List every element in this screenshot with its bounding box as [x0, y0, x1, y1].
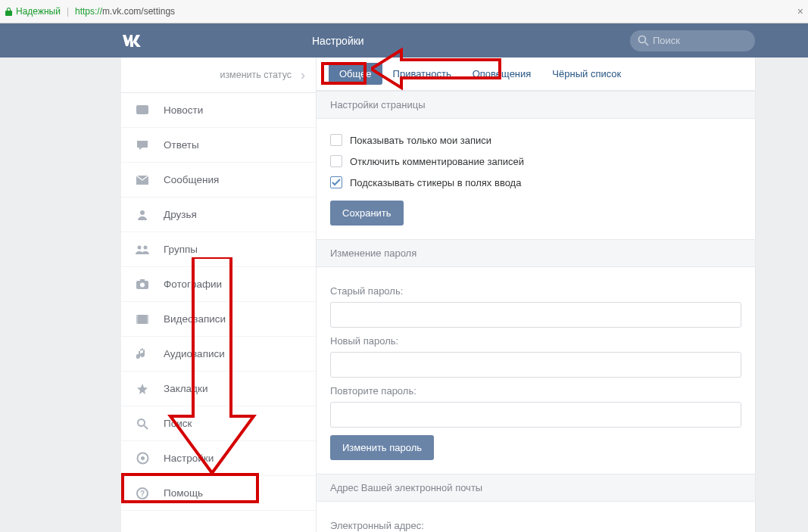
- section-password-header: Изменение пароля: [317, 239, 755, 267]
- checkbox-label: Подсказывать стикеры в полях ввода: [350, 177, 521, 188]
- replies-icon: [135, 139, 150, 151]
- section-email-header: Адрес Вашей электронной почты: [317, 474, 755, 502]
- sidebar-item-audio[interactable]: Аудиозаписи: [121, 337, 316, 372]
- svg-point-16: [141, 456, 145, 460]
- sidebar-item-news[interactable]: Новости: [121, 93, 316, 128]
- repeat-password-label: Повторите пароль:: [330, 385, 741, 397]
- section-page-settings: Показывать только мои записи Отключить к…: [317, 119, 755, 239]
- groups-icon: [135, 244, 150, 256]
- status-text: изменить статус: [220, 70, 292, 80]
- sidebar-item-label: Сообщения: [164, 174, 219, 185]
- new-password-label: Новый пароль:: [330, 335, 741, 347]
- svg-point-0: [639, 36, 646, 42]
- sidebar-item-label: Аудиозаписи: [164, 348, 225, 359]
- tab-privacy[interactable]: Приватность: [382, 63, 462, 85]
- checkbox-suggest-stickers[interactable]: Подсказывать стикеры в полях ввода: [330, 172, 741, 193]
- sidebar-item-groups[interactable]: Группы: [121, 232, 316, 267]
- sidebar: изменить статус › Новости Ответы Сообщен…: [121, 58, 317, 532]
- url-separator: |: [67, 6, 69, 17]
- change-password-button[interactable]: Изменить пароль: [330, 435, 434, 460]
- sidebar-item-replies[interactable]: Ответы: [121, 128, 316, 163]
- sidebar-item-label: Новости: [164, 104, 203, 116]
- new-password-input[interactable]: [330, 352, 741, 378]
- svg-point-5: [138, 245, 142, 249]
- url-display[interactable]: https://m.vk.com/settings: [75, 6, 175, 17]
- main-content: Общее Приватность Оповещения Чёрный спис…: [317, 58, 756, 532]
- svg-point-9: [140, 283, 145, 288]
- svg-line-1: [645, 42, 648, 45]
- sidebar-item-label: Фотографии: [164, 278, 222, 290]
- settings-tabs: Общее Приватность Оповещения Чёрный спис…: [317, 58, 755, 91]
- checkbox-own-posts[interactable]: Показывать только мои записи: [330, 129, 741, 151]
- svg-rect-12: [147, 315, 148, 324]
- friends-icon: [135, 209, 150, 221]
- svg-rect-11: [136, 315, 138, 324]
- sidebar-item-label: Поиск: [164, 418, 192, 429]
- section-password: Старый пароль: Новый пароль: Повторите п…: [317, 267, 755, 474]
- sidebar-item-videos[interactable]: Видеозаписи: [121, 302, 316, 337]
- tab-general[interactable]: Общее: [329, 63, 382, 85]
- svg-rect-10: [136, 315, 148, 324]
- chevron-right-icon: ›: [301, 67, 305, 83]
- sidebar-item-label: Видеозаписи: [164, 313, 226, 325]
- checkbox-label: Показывать только мои записи: [350, 135, 491, 146]
- settings-icon: [135, 452, 150, 465]
- old-password-input[interactable]: [330, 302, 741, 328]
- email-label: Электронный адрес:: [330, 520, 741, 531]
- tab-blacklist[interactable]: Чёрный список: [541, 63, 632, 85]
- checkbox-label: Отключить комментирование записей: [350, 156, 524, 167]
- section-email: Электронный адрес: Сохранить адрес: [317, 502, 755, 532]
- old-password-label: Старый пароль:: [330, 285, 741, 297]
- svg-line-14: [145, 425, 148, 429]
- sidebar-item-search[interactable]: Поиск: [121, 406, 316, 441]
- sidebar-item-bookmarks[interactable]: Закладки: [121, 372, 316, 406]
- tab-close-icon[interactable]: ×: [797, 5, 803, 17]
- checkbox-icon: [330, 155, 342, 167]
- svg-text:?: ?: [140, 490, 145, 498]
- status-row[interactable]: изменить статус ›: [121, 58, 316, 93]
- sidebar-item-label: Настройки: [164, 453, 214, 464]
- photos-icon: [135, 278, 150, 290]
- news-icon: [135, 104, 150, 117]
- sidebar-item-help[interactable]: ? Помощь: [121, 476, 316, 511]
- secure-badge: Надежный: [5, 6, 61, 17]
- header-search[interactable]: [630, 30, 755, 51]
- svg-point-4: [140, 210, 145, 215]
- app-header: Настройки: [0, 23, 808, 58]
- sidebar-item-friends[interactable]: Друзья: [121, 198, 316, 232]
- svg-rect-8: [140, 279, 145, 282]
- audio-icon: [135, 348, 150, 360]
- svg-point-6: [144, 245, 148, 249]
- search-icon: [638, 35, 649, 46]
- vk-logo[interactable]: [121, 34, 161, 48]
- checkbox-icon: [330, 134, 342, 146]
- sidebar-item-label: Группы: [164, 244, 198, 255]
- svg-rect-2: [136, 105, 148, 114]
- checkbox-disable-comments[interactable]: Отключить комментирование записей: [330, 151, 741, 172]
- sidebar-item-photos[interactable]: Фотографии: [121, 267, 316, 302]
- page-title: Настройки: [161, 35, 364, 47]
- help-icon: ?: [135, 487, 150, 499]
- checkbox-icon: [330, 176, 342, 188]
- sidebar-item-label: Ответы: [164, 139, 199, 151]
- sidebar-item-label: Друзья: [164, 209, 197, 220]
- section-page-settings-header: Настройки страницы: [317, 91, 755, 119]
- sidebar-item-settings[interactable]: Настройки: [121, 441, 316, 476]
- sidebar-item-label: Помощь: [164, 487, 203, 499]
- browser-address-bar: Надежный | https://m.vk.com/settings ×: [0, 0, 808, 23]
- messages-icon: [135, 175, 150, 185]
- save-page-button[interactable]: Сохранить: [330, 201, 404, 226]
- secure-label: Надежный: [16, 6, 61, 17]
- sidebar-item-label: Закладки: [164, 383, 207, 394]
- tab-notifications[interactable]: Оповещения: [462, 63, 542, 85]
- sidebar-item-messages[interactable]: Сообщения: [121, 163, 316, 198]
- repeat-password-input[interactable]: [330, 402, 741, 428]
- svg-point-13: [138, 419, 145, 426]
- lock-icon: [5, 7, 13, 17]
- search-nav-icon: [135, 418, 150, 430]
- bookmarks-icon: [135, 383, 150, 395]
- videos-icon: [135, 314, 150, 325]
